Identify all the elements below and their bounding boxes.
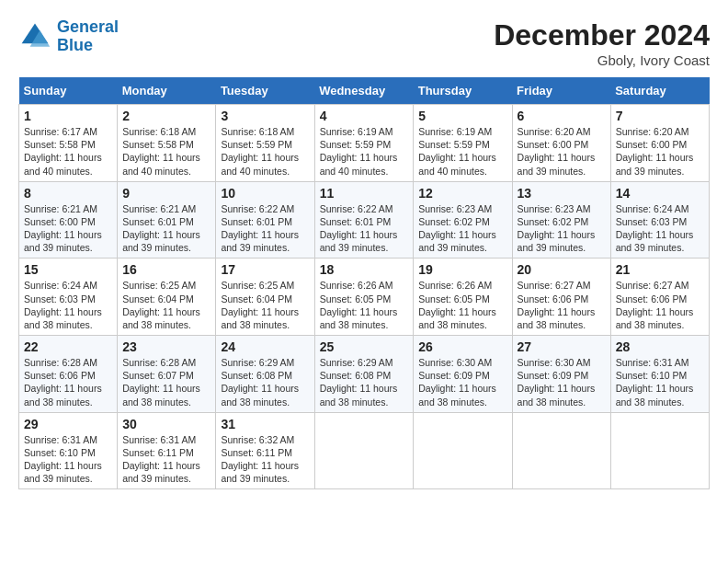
day-info: Sunrise: 6:31 AM Sunset: 6:10 PM Dayligh…	[616, 356, 704, 408]
calendar-cell: 17Sunrise: 6:25 AM Sunset: 6:04 PM Dayli…	[216, 259, 314, 336]
calendar-cell: 7Sunrise: 6:20 AM Sunset: 6:00 PM Daylig…	[610, 105, 709, 182]
day-info: Sunrise: 6:28 AM Sunset: 6:06 PM Dayligh…	[24, 356, 112, 408]
calendar-cell: 11Sunrise: 6:22 AM Sunset: 6:01 PM Dayli…	[314, 181, 414, 259]
calendar-cell: 22Sunrise: 6:28 AM Sunset: 6:06 PM Dayli…	[19, 336, 118, 413]
calendar-week-row: 1Sunrise: 6:17 AM Sunset: 5:58 PM Daylig…	[19, 105, 710, 182]
day-number: 31	[221, 417, 309, 431]
calendar-cell: 3Sunrise: 6:18 AM Sunset: 5:59 PM Daylig…	[216, 105, 314, 182]
day-number: 25	[320, 339, 409, 354]
day-number: 7	[616, 109, 704, 123]
calendar-cell	[414, 412, 512, 489]
day-number: 23	[122, 339, 210, 354]
calendar-cell: 21Sunrise: 6:27 AM Sunset: 6:06 PM Dayli…	[610, 259, 709, 336]
day-number: 17	[221, 262, 309, 277]
day-info: Sunrise: 6:23 AM Sunset: 6:02 PM Dayligh…	[518, 202, 606, 255]
calendar-cell: 13Sunrise: 6:23 AM Sunset: 6:02 PM Dayli…	[512, 181, 610, 259]
calendar-cell: 28Sunrise: 6:31 AM Sunset: 6:10 PM Dayli…	[610, 336, 709, 413]
calendar-cell: 30Sunrise: 6:31 AM Sunset: 6:11 PM Dayli…	[118, 412, 216, 489]
day-number: 10	[221, 186, 309, 201]
day-number: 14	[616, 186, 704, 201]
calendar-cell: 12Sunrise: 6:23 AM Sunset: 6:02 PM Dayli…	[414, 181, 512, 259]
weekday-header: Tuesday	[216, 77, 314, 105]
calendar-week-row: 15Sunrise: 6:24 AM Sunset: 6:03 PM Dayli…	[19, 259, 710, 336]
calendar-cell: 16Sunrise: 6:25 AM Sunset: 6:04 PM Dayli…	[118, 259, 216, 336]
calendar-cell: 1Sunrise: 6:17 AM Sunset: 5:58 PM Daylig…	[19, 105, 118, 182]
day-number: 4	[320, 109, 409, 123]
day-number: 20	[518, 262, 606, 277]
day-info: Sunrise: 6:20 AM Sunset: 6:00 PM Dayligh…	[616, 125, 704, 178]
calendar-cell: 19Sunrise: 6:26 AM Sunset: 6:05 PM Dayli…	[414, 259, 512, 336]
day-number: 11	[320, 186, 409, 201]
weekday-header: Saturday	[610, 77, 709, 105]
calendar-cell: 14Sunrise: 6:24 AM Sunset: 6:03 PM Dayli…	[610, 181, 709, 259]
day-info: Sunrise: 6:30 AM Sunset: 6:09 PM Dayligh…	[418, 356, 506, 408]
day-info: Sunrise: 6:22 AM Sunset: 6:01 PM Dayligh…	[320, 202, 409, 255]
day-info: Sunrise: 6:24 AM Sunset: 6:03 PM Dayligh…	[616, 202, 704, 255]
day-info: Sunrise: 6:31 AM Sunset: 6:10 PM Dayligh…	[24, 433, 112, 486]
day-number: 12	[418, 186, 506, 201]
day-number: 9	[122, 186, 210, 201]
logo-icon	[18, 20, 51, 53]
day-info: Sunrise: 6:21 AM Sunset: 6:01 PM Dayligh…	[122, 202, 210, 255]
weekday-header: Sunday	[19, 77, 118, 105]
day-number: 16	[122, 262, 210, 277]
day-info: Sunrise: 6:30 AM Sunset: 6:09 PM Dayligh…	[518, 356, 606, 408]
day-info: Sunrise: 6:27 AM Sunset: 6:06 PM Dayligh…	[616, 279, 704, 331]
calendar-cell: 25Sunrise: 6:29 AM Sunset: 6:08 PM Dayli…	[314, 336, 414, 413]
day-info: Sunrise: 6:25 AM Sunset: 6:04 PM Dayligh…	[221, 279, 309, 331]
logo: General Blue	[18, 18, 119, 55]
day-info: Sunrise: 6:17 AM Sunset: 5:58 PM Dayligh…	[24, 125, 112, 178]
calendar-cell: 2Sunrise: 6:18 AM Sunset: 5:58 PM Daylig…	[118, 105, 216, 182]
day-number: 27	[518, 339, 606, 354]
day-info: Sunrise: 6:26 AM Sunset: 6:05 PM Dayligh…	[320, 279, 409, 331]
day-info: Sunrise: 6:21 AM Sunset: 6:00 PM Dayligh…	[24, 202, 112, 255]
calendar-cell: 24Sunrise: 6:29 AM Sunset: 6:08 PM Dayli…	[216, 336, 314, 413]
calendar-cell: 8Sunrise: 6:21 AM Sunset: 6:00 PM Daylig…	[19, 181, 118, 259]
day-info: Sunrise: 6:27 AM Sunset: 6:06 PM Dayligh…	[518, 279, 606, 331]
calendar-cell: 31Sunrise: 6:32 AM Sunset: 6:11 PM Dayli…	[216, 412, 314, 489]
weekday-header: Monday	[118, 77, 216, 105]
day-info: Sunrise: 6:31 AM Sunset: 6:11 PM Dayligh…	[122, 433, 210, 486]
calendar-week-row: 29Sunrise: 6:31 AM Sunset: 6:10 PM Dayli…	[19, 412, 710, 489]
logo-text: General Blue	[57, 18, 119, 55]
day-number: 19	[418, 262, 506, 277]
day-info: Sunrise: 6:22 AM Sunset: 6:01 PM Dayligh…	[221, 202, 309, 255]
day-info: Sunrise: 6:24 AM Sunset: 6:03 PM Dayligh…	[24, 279, 112, 331]
day-info: Sunrise: 6:25 AM Sunset: 6:04 PM Dayligh…	[122, 279, 210, 331]
day-number: 3	[221, 109, 309, 123]
calendar-cell: 27Sunrise: 6:30 AM Sunset: 6:09 PM Dayli…	[512, 336, 610, 413]
day-info: Sunrise: 6:18 AM Sunset: 5:59 PM Dayligh…	[221, 125, 309, 178]
title-block: December 2024 Gboly, Ivory Coast	[494, 18, 710, 68]
day-info: Sunrise: 6:28 AM Sunset: 6:07 PM Dayligh…	[122, 356, 210, 408]
location: Gboly, Ivory Coast	[494, 52, 710, 68]
calendar-table: SundayMondayTuesdayWednesdayThursdayFrid…	[18, 77, 710, 489]
day-info: Sunrise: 6:19 AM Sunset: 5:59 PM Dayligh…	[418, 125, 506, 178]
day-number: 6	[518, 109, 606, 123]
calendar-cell: 18Sunrise: 6:26 AM Sunset: 6:05 PM Dayli…	[314, 259, 414, 336]
day-number: 28	[616, 339, 704, 354]
day-number: 15	[24, 262, 112, 277]
weekday-header: Friday	[512, 77, 610, 105]
day-number: 29	[24, 417, 112, 431]
day-number: 18	[320, 262, 409, 277]
calendar-cell	[512, 412, 610, 489]
day-number: 21	[616, 262, 704, 277]
calendar-cell	[610, 412, 709, 489]
calendar-cell: 6Sunrise: 6:20 AM Sunset: 6:00 PM Daylig…	[512, 105, 610, 182]
day-info: Sunrise: 6:29 AM Sunset: 6:08 PM Dayligh…	[221, 356, 309, 408]
day-info: Sunrise: 6:20 AM Sunset: 6:00 PM Dayligh…	[518, 125, 606, 178]
calendar-week-row: 22Sunrise: 6:28 AM Sunset: 6:06 PM Dayli…	[19, 336, 710, 413]
day-number: 2	[122, 109, 210, 123]
calendar-cell: 9Sunrise: 6:21 AM Sunset: 6:01 PM Daylig…	[118, 181, 216, 259]
day-info: Sunrise: 6:19 AM Sunset: 5:59 PM Dayligh…	[320, 125, 409, 178]
calendar-cell: 4Sunrise: 6:19 AM Sunset: 5:59 PM Daylig…	[314, 105, 414, 182]
calendar-week-row: 8Sunrise: 6:21 AM Sunset: 6:00 PM Daylig…	[19, 181, 710, 259]
page-header: General Blue December 2024 Gboly, Ivory …	[18, 18, 710, 68]
weekday-header-row: SundayMondayTuesdayWednesdayThursdayFrid…	[19, 77, 710, 105]
day-info: Sunrise: 6:32 AM Sunset: 6:11 PM Dayligh…	[221, 433, 309, 486]
calendar-cell: 26Sunrise: 6:30 AM Sunset: 6:09 PM Dayli…	[414, 336, 512, 413]
calendar-cell: 15Sunrise: 6:24 AM Sunset: 6:03 PM Dayli…	[19, 259, 118, 336]
month-title: December 2024	[494, 18, 710, 52]
weekday-header: Thursday	[414, 77, 512, 105]
day-number: 30	[122, 417, 210, 431]
